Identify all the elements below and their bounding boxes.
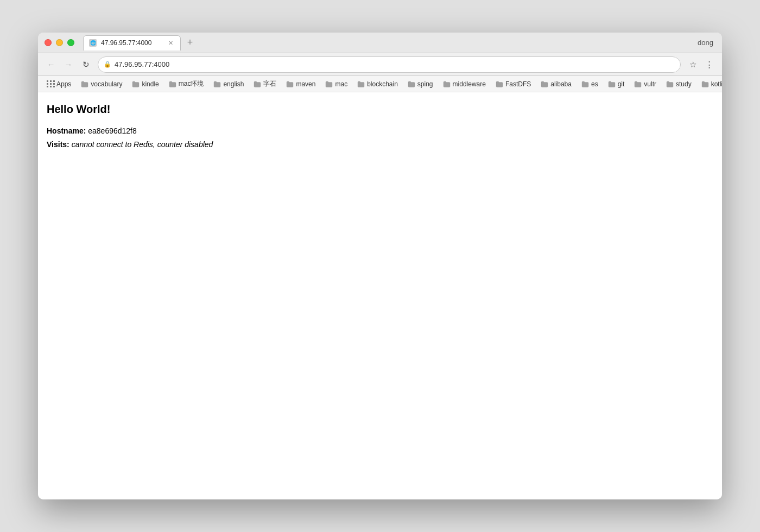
window-user: dong (698, 39, 715, 47)
bookmarks-bar: Apps vocabulary kindle mac环境 english 字石 … (38, 76, 722, 92)
folder-icon (496, 81, 503, 87)
hostname-line: Hostname: ea8e696d12f8 (47, 124, 713, 138)
folder-icon (701, 81, 709, 87)
folder-icon (541, 81, 548, 87)
bookmark-vocabulary-label: vocabulary (91, 80, 122, 88)
tab-title: 47.96.95.77:4000 (101, 39, 162, 47)
bookmark-sping[interactable]: sping (403, 79, 438, 90)
bookmark-maven[interactable]: maven (282, 79, 320, 90)
title-bar: 🌐 47.96.95.77:4000 ✕ + dong (38, 33, 722, 53)
folder-icon (666, 81, 674, 87)
folder-icon (254, 81, 261, 87)
folder-icon (169, 81, 176, 87)
hostname-value-text: ea8e696d12f8 (88, 126, 137, 135)
bookmark-mac[interactable]: mac (321, 79, 352, 90)
bookmark-star-button[interactable]: ☆ (685, 57, 700, 72)
visits-value-text: cannot connect to Redis, counter disable… (72, 140, 213, 149)
bookmark-study-label: study (676, 80, 692, 88)
apps-icon (47, 80, 54, 87)
bookmark-blockchain-label: blockchain (367, 80, 398, 88)
new-tab-button[interactable]: + (183, 36, 197, 50)
browser-window: 🌐 47.96.95.77:4000 ✕ + dong ← → ↻ 🔒 47.9… (38, 33, 722, 499)
bookmark-sping-label: sping (417, 80, 433, 88)
tab-favicon: 🌐 (89, 39, 97, 47)
page-info: Hostname: ea8e696d12f8 Visits: cannot co… (47, 124, 713, 151)
bookmark-mac-env[interactable]: mac环境 (164, 78, 208, 90)
bookmark-git[interactable]: git (604, 79, 629, 90)
bookmark-middleware-label: middleware (453, 80, 486, 88)
page-content: Hello World! Hostname: ea8e696d12f8 Visi… (38, 92, 722, 499)
bookmark-fastdfs[interactable]: FastDFS (491, 79, 535, 90)
nav-actions: ☆ ⋮ (685, 57, 717, 72)
folder-icon (286, 81, 294, 87)
tab-close-button[interactable]: ✕ (166, 39, 175, 47)
maximize-button[interactable] (67, 39, 74, 46)
folder-icon (132, 81, 140, 87)
folder-icon (443, 81, 451, 87)
bookmark-mac-label: mac (335, 80, 347, 88)
folder-icon (408, 81, 415, 87)
bookmark-kindle-label: kindle (142, 80, 159, 88)
back-button[interactable]: ← (43, 57, 59, 72)
bookmark-fastdfs-label: FastDFS (505, 80, 531, 88)
visits-label: Visits: (47, 140, 69, 149)
lock-icon: 🔒 (104, 61, 111, 68)
folder-icon (634, 81, 642, 87)
bookmark-es[interactable]: es (577, 79, 603, 90)
bookmark-kotlin[interactable]: kotlin (697, 79, 722, 90)
bookmark-study[interactable]: study (662, 79, 696, 90)
tab-area: 🌐 47.96.95.77:4000 ✕ + (83, 35, 698, 50)
bookmark-apps[interactable]: Apps (42, 79, 75, 90)
hostname-label: Hostname: (47, 126, 86, 135)
bookmark-alibaba[interactable]: alibaba (536, 79, 576, 90)
bookmark-english-label: english (223, 80, 244, 88)
bookmark-vultr[interactable]: vultr (630, 79, 661, 90)
menu-button[interactable]: ⋮ (701, 57, 717, 72)
folder-icon (81, 81, 88, 87)
bookmark-middleware[interactable]: middleware (439, 79, 490, 90)
close-button[interactable] (45, 39, 52, 46)
bookmark-alibaba-label: alibaba (550, 80, 572, 88)
bookmark-kindle[interactable]: kindle (128, 79, 163, 90)
bookmark-maven-label: maven (296, 80, 315, 88)
bookmark-git-label: git (618, 80, 625, 88)
bookmark-vocabulary[interactable]: vocabulary (77, 79, 126, 90)
visits-line: Visits: cannot connect to Redis, counter… (47, 138, 713, 151)
nav-bar: ← → ↻ 🔒 47.96.95.77:4000 ☆ ⋮ (38, 53, 722, 76)
page-heading: Hello World! (47, 103, 713, 116)
traffic-lights (45, 39, 74, 46)
bookmark-blockchain[interactable]: blockchain (353, 79, 402, 90)
bookmark-zistone[interactable]: 字石 (249, 78, 281, 90)
folder-icon (213, 81, 221, 87)
active-tab[interactable]: 🌐 47.96.95.77:4000 ✕ (83, 35, 181, 50)
bookmark-zistone-label: 字石 (263, 79, 276, 88)
bookmark-apps-label: Apps (56, 80, 71, 88)
folder-icon (581, 81, 589, 87)
address-text: 47.96.95.77:4000 (115, 60, 675, 68)
bookmark-kotlin-label: kotlin (711, 80, 722, 88)
bookmark-english[interactable]: english (209, 79, 248, 90)
address-bar[interactable]: 🔒 47.96.95.77:4000 (98, 56, 681, 73)
folder-icon (325, 81, 333, 87)
folder-icon (357, 81, 365, 87)
forward-button[interactable]: → (61, 57, 76, 72)
bookmark-es-label: es (591, 80, 598, 88)
folder-icon (608, 81, 616, 87)
minimize-button[interactable] (56, 39, 63, 46)
bookmark-mac-env-label: mac环境 (179, 79, 204, 88)
reload-button[interactable]: ↻ (78, 57, 93, 72)
bookmark-vultr-label: vultr (644, 80, 656, 88)
